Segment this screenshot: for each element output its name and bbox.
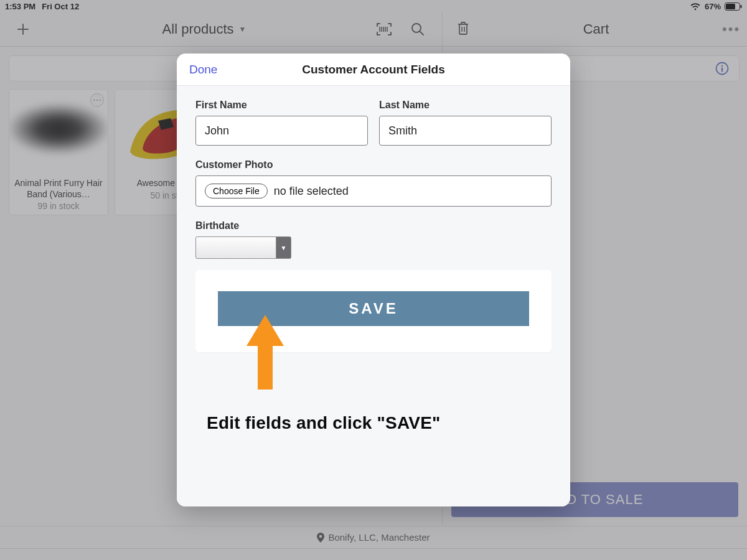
- birthdate-select[interactable]: ▼: [195, 236, 291, 259]
- save-button[interactable]: SAVE: [218, 291, 529, 326]
- done-button[interactable]: Done: [189, 63, 217, 77]
- modal-title: Customer Account Fields: [177, 63, 570, 77]
- customer-photo-input[interactable]: Choose File no file selected: [195, 175, 552, 207]
- last-name-input[interactable]: [379, 116, 552, 146]
- modal-header: Done Customer Account Fields: [177, 54, 570, 86]
- chevron-down-icon: ▼: [276, 237, 291, 258]
- annotation-text: Edit fields and click "SAVE": [207, 413, 441, 433]
- first-name-input[interactable]: [195, 116, 368, 146]
- choose-file-button[interactable]: Choose File: [205, 184, 268, 198]
- file-status-text: no file selected: [274, 185, 349, 198]
- customer-fields-modal: Done Customer Account Fields First Name …: [177, 54, 570, 506]
- birthdate-label: Birthdate: [195, 220, 552, 231]
- last-name-label: Last Name: [379, 100, 552, 111]
- customer-photo-label: Customer Photo: [195, 159, 552, 170]
- first-name-label: First Name: [195, 100, 368, 111]
